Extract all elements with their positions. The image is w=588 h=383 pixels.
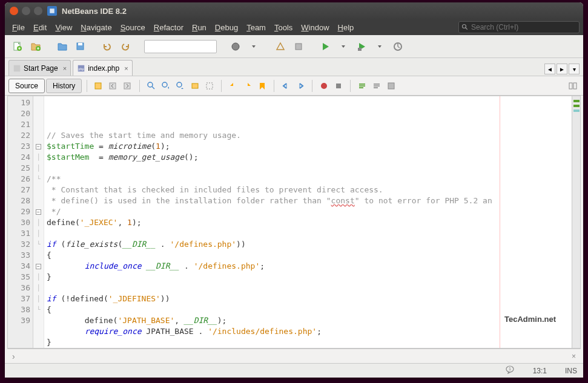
code-line[interactable]: $startTime = microtime(1);	[47, 141, 569, 152]
menu-help[interactable]: Help	[334, 21, 358, 34]
code-line[interactable]: * define() is used in the installation f…	[47, 195, 569, 206]
code-line[interactable]	[47, 163, 569, 174]
menu-tools[interactable]: Tools	[271, 21, 296, 34]
undo-button[interactable]	[99, 39, 115, 54]
editor-toolbar: Source History	[5, 76, 583, 96]
search-input[interactable]	[471, 23, 576, 31]
code-line[interactable]: * Constant that is checked in included f…	[47, 185, 569, 195]
build-button[interactable]	[228, 39, 243, 54]
breadcrumb-close[interactable]: ×	[572, 352, 576, 361]
code-line[interactable]: // Saves the start time and memory usage…	[47, 130, 569, 141]
tab-next-button[interactable]: ►	[557, 64, 567, 74]
code-line[interactable]: if (file_exists(__DIR__ . '/defines.php'…	[47, 239, 569, 250]
toggle-highlight-button[interactable]	[188, 79, 202, 93]
breadcrumb-icon[interactable]: ›	[12, 352, 15, 361]
mark-3[interactable]	[573, 110, 580, 112]
find-next-button[interactable]	[174, 79, 187, 93]
quick-search[interactable]	[458, 21, 580, 33]
code-editor[interactable]: // Saves the start time and memory usage…	[44, 96, 572, 348]
code-line[interactable]	[47, 228, 569, 239]
fold-column[interactable]: −││└ −││└ −│││└	[33, 96, 44, 348]
find-selection-button[interactable]	[145, 79, 158, 93]
debug-dropdown[interactable]	[372, 39, 388, 54]
svg-rect-28	[336, 83, 341, 88]
code-line[interactable]: {	[47, 304, 569, 315]
code-line[interactable]: }	[47, 337, 569, 348]
menu-window[interactable]: Window	[297, 21, 332, 34]
config-combo[interactable]	[144, 40, 217, 53]
tab-close[interactable]: ×	[63, 65, 67, 72]
stop-macro-button[interactable]	[332, 79, 345, 93]
uncomment-button[interactable]	[370, 79, 383, 93]
menu-debug[interactable]: Debug	[211, 21, 242, 34]
menu-navigate[interactable]: Navigate	[77, 21, 115, 34]
menu-view[interactable]: View	[51, 21, 76, 34]
shift-left-button[interactable]	[279, 79, 292, 93]
tab-index-php[interactable]: phpindex.php×	[73, 60, 132, 76]
save-all-button[interactable]	[73, 39, 88, 54]
mark-1[interactable]	[573, 100, 580, 102]
toggle-rectangular-button[interactable]	[203, 79, 216, 93]
svg-rect-7	[78, 43, 82, 45]
source-tab[interactable]: Source	[8, 79, 45, 93]
code-line[interactable]: */	[47, 206, 569, 217]
notifications-icon[interactable]: 1	[505, 365, 515, 376]
menu-refactor[interactable]: Refactor	[150, 21, 187, 34]
insert-mode[interactable]: INS	[565, 367, 577, 375]
app-icon	[47, 6, 57, 16]
code-line[interactable]: define('JPATH_BASE', __DIR__);	[47, 315, 569, 326]
split-button[interactable]	[566, 79, 580, 93]
menu-team[interactable]: Team	[243, 21, 269, 34]
profile-button[interactable]	[390, 39, 406, 54]
svg-rect-15	[95, 83, 101, 89]
line-gutter[interactable]: 1920212223242526272829303132333435363738…	[8, 96, 33, 348]
titlebar: NetBeans IDE 8.2	[5, 2, 583, 19]
new-project-button[interactable]	[28, 39, 44, 54]
tab-close[interactable]: ×	[124, 65, 128, 72]
start-macro-button[interactable]	[317, 79, 331, 93]
comment-button[interactable]	[355, 79, 369, 93]
menu-edit[interactable]: Edit	[30, 21, 50, 34]
code-line[interactable]: include_once __DIR__ . '/defines.php';	[47, 261, 569, 272]
run-button[interactable]	[317, 39, 333, 54]
code-line[interactable]: {	[47, 250, 569, 261]
history-tab[interactable]: History	[46, 79, 82, 93]
margin-guide	[500, 96, 500, 348]
menu-source[interactable]: Source	[117, 21, 149, 34]
menu-run[interactable]: Run	[188, 21, 210, 34]
tab-list-button[interactable]: ▾	[569, 64, 580, 74]
clean-build-button[interactable]	[273, 39, 288, 54]
rebuild-button[interactable]	[291, 39, 306, 54]
next-bookmark-button[interactable]	[241, 79, 254, 93]
back-button[interactable]	[107, 79, 120, 93]
tab-start-page[interactable]: Start Page×	[8, 60, 71, 76]
code-line[interactable]	[47, 283, 569, 293]
code-line[interactable]: if (!defined('_JDEFINES'))	[47, 293, 569, 304]
open-project-button[interactable]	[55, 39, 70, 54]
code-line[interactable]: }	[47, 272, 569, 283]
build-dropdown[interactable]	[246, 39, 262, 54]
toggle-bookmark-button[interactable]	[256, 79, 269, 93]
watermark: TecAdmin.net	[504, 315, 556, 324]
maximize-button[interactable]	[34, 7, 42, 15]
new-file-button[interactable]	[10, 39, 25, 54]
find-prev-button[interactable]	[159, 79, 173, 93]
debug-button[interactable]	[354, 39, 369, 54]
run-dropdown[interactable]	[335, 39, 351, 54]
shift-right-button[interactable]	[294, 79, 307, 93]
code-line[interactable]: /**	[47, 174, 569, 185]
error-stripe[interactable]	[572, 96, 580, 348]
mark-2[interactable]	[573, 105, 580, 107]
minimize-button[interactable]	[22, 7, 30, 15]
goto-button[interactable]	[385, 79, 398, 93]
last-edit-button[interactable]	[92, 79, 105, 93]
code-line[interactable]: $startMem = memory_get_usage();	[47, 152, 569, 163]
prev-bookmark-button[interactable]	[226, 79, 240, 93]
tab-prev-button[interactable]: ◄	[544, 64, 555, 74]
menu-file[interactable]: File	[8, 21, 28, 34]
redo-button[interactable]	[117, 39, 133, 54]
forward-button[interactable]	[121, 79, 134, 93]
code-line[interactable]: require_once JPATH_BASE . '/includes/def…	[47, 326, 569, 337]
close-button[interactable]	[10, 7, 18, 15]
code-line[interactable]: define('_JEXEC', 1);	[47, 217, 569, 228]
